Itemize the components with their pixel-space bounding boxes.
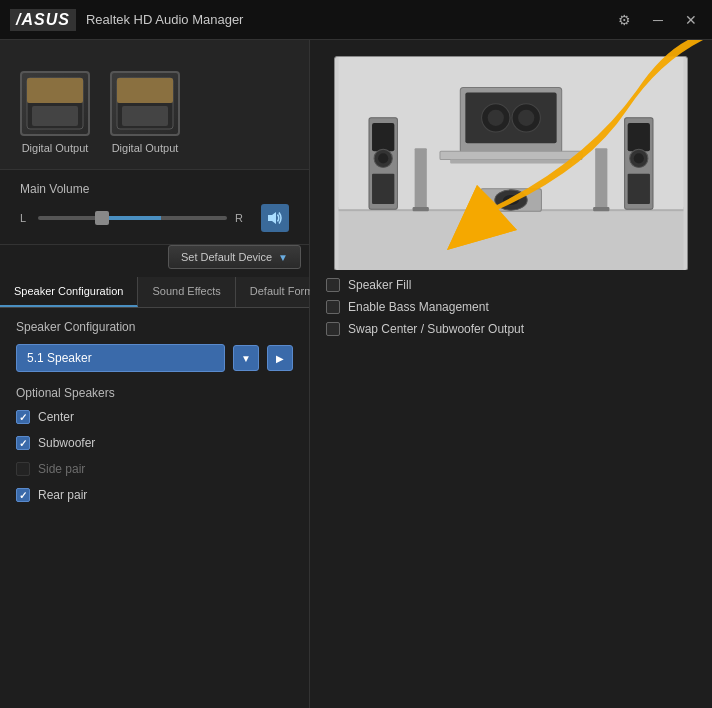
config-title: Speaker Configuration	[16, 320, 293, 334]
bass-management-checkbox[interactable]	[326, 300, 340, 314]
device-item-1[interactable]: OUTPUT Digital Output	[20, 71, 90, 154]
svg-rect-1	[30, 80, 80, 102]
tab-speaker-configuration[interactable]: Speaker Configuration	[0, 277, 138, 307]
svg-text:OUTPUT: OUTPUT	[41, 87, 71, 94]
speaker-image	[334, 56, 688, 270]
slider-thumb[interactable]	[95, 211, 109, 225]
swap-center-label: Swap Center / Subwoofer Output	[348, 322, 524, 336]
swap-center-cb[interactable]: Swap Center / Subwoofer Output	[326, 322, 696, 336]
svg-point-30	[634, 153, 644, 163]
device-label-1: Digital Output	[22, 142, 89, 154]
volume-r-label: R	[235, 212, 245, 224]
svg-rect-28	[628, 123, 650, 151]
close-button[interactable]: ✕	[680, 10, 702, 30]
volume-l-label: L	[20, 212, 30, 224]
svg-rect-13	[123, 106, 167, 122]
speaker-type-select[interactable]: 5.1 Speaker	[16, 344, 225, 372]
checkbox-rear-pair[interactable]: ✓ Rear pair	[16, 486, 293, 504]
checkbox-subwoofer[interactable]: ✓ Subwoofer	[16, 434, 293, 452]
arrow-area	[310, 40, 712, 270]
svg-rect-4	[33, 106, 77, 122]
bottom-checkboxes: Speaker Fill Enable Bass Management Swap…	[310, 270, 712, 344]
svg-point-35	[488, 110, 504, 126]
checkbox-side-pair-label: Side pair	[38, 462, 85, 476]
volume-section-label: Main Volume	[20, 182, 289, 196]
check-icon: ✓	[19, 438, 27, 449]
svg-point-25	[378, 153, 388, 163]
svg-point-17	[156, 110, 164, 118]
checkbox-side-pair: Side pair	[16, 460, 293, 478]
minimize-button[interactable]: ─	[648, 10, 668, 30]
svg-rect-23	[372, 123, 394, 151]
check-icon: ✓	[19, 490, 27, 501]
device-icon-2: OUTPUT	[110, 71, 180, 136]
right-panel: Speaker Fill Enable Bass Management Swap…	[310, 40, 712, 708]
checkbox-subwoofer-label: Subwoofer	[38, 436, 95, 450]
volume-icon[interactable]	[261, 204, 289, 232]
bass-management-label: Enable Bass Management	[348, 300, 489, 314]
tabs-bar: Speaker Configuration Sound Effects Defa…	[0, 277, 309, 308]
left-panel: OUTPUT Digital Output	[0, 40, 310, 708]
svg-rect-38	[440, 151, 582, 159]
svg-rect-9	[117, 78, 173, 129]
svg-point-14	[126, 110, 134, 118]
svg-point-15	[136, 110, 144, 118]
svg-point-6	[46, 110, 54, 118]
play-button[interactable]: ▶	[267, 345, 293, 371]
default-device-button[interactable]: Set Default Device ▼	[168, 245, 301, 269]
volume-section: Main Volume L R	[0, 170, 309, 245]
checkbox-rear-pair-label: Rear pair	[38, 488, 87, 502]
svg-rect-26	[372, 174, 394, 204]
svg-point-37	[518, 110, 534, 126]
speaker-config-panel: Speaker Configuration 5.1 Speaker ▼ ▶ Op…	[0, 308, 309, 708]
check-icon: ✓	[19, 412, 27, 423]
svg-point-8	[66, 110, 74, 118]
optional-speakers-title: Optional Speakers	[16, 386, 293, 400]
default-device-area: Set Default Device ▼	[0, 245, 309, 277]
svg-rect-46	[593, 207, 609, 211]
volume-row: L R	[20, 204, 289, 232]
default-device-label: Set Default Device	[181, 251, 272, 263]
swap-center-checkbox[interactable]	[326, 322, 340, 336]
bass-management-cb[interactable]: Enable Bass Management	[326, 300, 696, 314]
checkbox-center[interactable]: ✓ Center	[16, 408, 293, 426]
volume-slider[interactable]	[38, 216, 227, 220]
svg-rect-10	[120, 80, 170, 102]
window-controls: ⚙ ─ ✕	[613, 10, 702, 30]
svg-rect-45	[413, 207, 429, 211]
svg-point-7	[56, 110, 64, 118]
checkbox-subwoofer-box[interactable]: ✓	[16, 436, 30, 450]
device-icon-1: OUTPUT	[20, 71, 90, 136]
titlebar: /ASUS Realtek HD Audio Manager ⚙ ─ ✕	[0, 0, 712, 40]
checkbox-side-pair-box	[16, 462, 30, 476]
svg-rect-43	[415, 148, 427, 209]
device-item-2[interactable]: OUTPUT Digital Output	[110, 71, 180, 154]
tab-sound-effects[interactable]: Sound Effects	[138, 277, 235, 307]
checkbox-center-box[interactable]: ✓	[16, 410, 30, 424]
devices-area: OUTPUT Digital Output	[0, 40, 309, 170]
speaker-fill-cb[interactable]: Speaker Fill	[326, 278, 696, 292]
main-content: OUTPUT Digital Output	[0, 40, 712, 708]
speaker-select-row: 5.1 Speaker ▼ ▶	[16, 344, 293, 372]
svg-marker-18	[268, 212, 276, 224]
select-arrow-icon[interactable]: ▼	[233, 345, 259, 371]
device-label-2: Digital Output	[112, 142, 179, 154]
app-title: Realtek HD Audio Manager	[86, 12, 613, 27]
svg-rect-19	[339, 209, 684, 270]
svg-rect-33	[465, 93, 556, 144]
svg-rect-39	[450, 159, 572, 163]
svg-point-16	[146, 110, 154, 118]
dropdown-arrow-icon: ▼	[278, 252, 288, 263]
checkbox-center-label: Center	[38, 410, 74, 424]
svg-rect-31	[628, 174, 650, 204]
speaker-fill-checkbox[interactable]	[326, 278, 340, 292]
svg-rect-11	[123, 82, 167, 98]
speaker-fill-label: Speaker Fill	[348, 278, 411, 292]
asus-logo: /ASUS	[10, 9, 76, 31]
svg-point-42	[503, 195, 519, 205]
svg-rect-0	[27, 78, 83, 129]
checkbox-rear-pair-box[interactable]: ✓	[16, 488, 30, 502]
settings-button[interactable]: ⚙	[613, 10, 636, 30]
svg-text:OUTPUT: OUTPUT	[131, 87, 161, 94]
svg-rect-44	[595, 148, 607, 209]
